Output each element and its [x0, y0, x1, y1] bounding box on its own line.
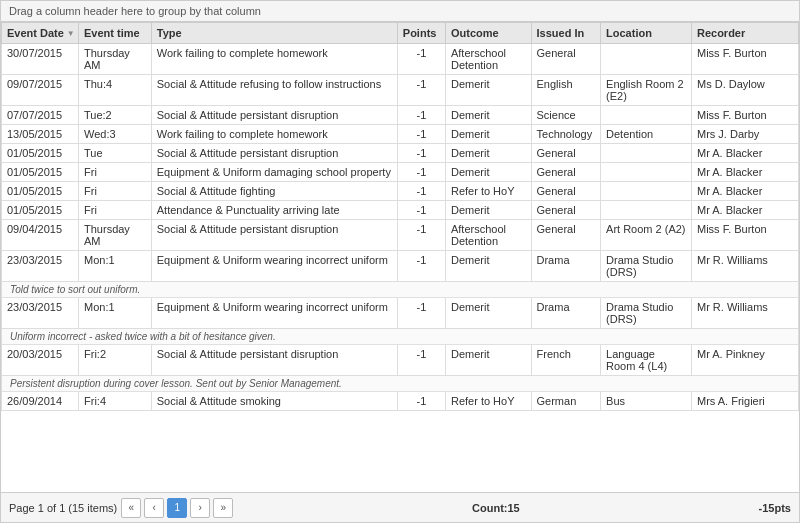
cell-time: Tue:2: [79, 106, 152, 125]
table-row[interactable]: 01/05/2015FriEquipment & Uniform damagin…: [2, 163, 799, 182]
cell-outcome: Demerit: [445, 106, 531, 125]
table-row[interactable]: 30/07/2015Thursday AMWork failing to com…: [2, 44, 799, 75]
cell-outcome: Demerit: [445, 201, 531, 220]
cell-issued: General: [531, 182, 601, 201]
cell-outcome: Demerit: [445, 144, 531, 163]
cell-type: Attendance & Punctuality arriving late: [151, 201, 397, 220]
next-page-button[interactable]: ›: [190, 498, 210, 518]
cell-type: Social & Attitude persistant disruption: [151, 220, 397, 251]
cell-time: Thursday AM: [79, 220, 152, 251]
cell-date: 01/05/2015: [2, 201, 79, 220]
cell-issued: Science: [531, 106, 601, 125]
table-row[interactable]: 09/07/2015Thu:4Social & Attitude refusin…: [2, 75, 799, 106]
cell-issued: General: [531, 44, 601, 75]
cell-date: 20/03/2015: [2, 345, 79, 376]
cell-issued: General: [531, 163, 601, 182]
prev-page-button[interactable]: ‹: [144, 498, 164, 518]
cell-date: 09/04/2015: [2, 220, 79, 251]
col-header-date[interactable]: Event Date ▼: [2, 23, 79, 44]
cell-date: 26/09/2014: [2, 392, 79, 411]
cell-type: Social & Attitude smoking: [151, 392, 397, 411]
cell-time: Thu:4: [79, 75, 152, 106]
cell-date: 30/07/2015: [2, 44, 79, 75]
cell-issued: Drama: [531, 298, 601, 329]
last-page-button[interactable]: »: [213, 498, 233, 518]
cell-issued: Drama: [531, 251, 601, 282]
cell-location: Art Room 2 (A2): [601, 220, 692, 251]
cell-recorder: Mrs A. Frigieri: [691, 392, 798, 411]
cell-type: Social & Attitude persistant disruption: [151, 106, 397, 125]
cell-recorder: Miss F. Burton: [691, 44, 798, 75]
cell-location: [601, 182, 692, 201]
cell-outcome: Demerit: [445, 298, 531, 329]
cell-points: -1: [397, 251, 445, 282]
col-header-points[interactable]: Points: [397, 23, 445, 44]
first-page-button[interactable]: «: [121, 498, 141, 518]
cell-recorder: Mr R. Williams: [691, 298, 798, 329]
cell-recorder: Mr A. Blacker: [691, 182, 798, 201]
pagination: « ‹ 1 › »: [121, 498, 233, 518]
cell-points: -1: [397, 345, 445, 376]
table-header-row: Event Date ▼ Event time Type: [2, 23, 799, 44]
cell-recorder: Miss F. Burton: [691, 106, 798, 125]
cell-outcome: Afterschool Detention: [445, 220, 531, 251]
table-row[interactable]: 01/05/2015FriAttendance & Punctuality ar…: [2, 201, 799, 220]
cell-recorder: Mr A. Blacker: [691, 201, 798, 220]
table-row[interactable]: 13/05/2015Wed:3Work failing to complete …: [2, 125, 799, 144]
cell-recorder: Mrs J. Darby: [691, 125, 798, 144]
col-header-outcome[interactable]: Outcome: [445, 23, 531, 44]
cell-recorder: Miss F. Burton: [691, 220, 798, 251]
cell-outcome: Demerit: [445, 163, 531, 182]
main-container: Drag a column header here to group by th…: [0, 0, 800, 523]
cell-type: Work failing to complete homework: [151, 125, 397, 144]
table-scroll[interactable]: Event Date ▼ Event time Type: [1, 22, 799, 411]
cell-time: Thursday AM: [79, 44, 152, 75]
cell-time: Fri:2: [79, 345, 152, 376]
col-header-issued[interactable]: Issued In: [531, 23, 601, 44]
col-header-location[interactable]: Location: [601, 23, 692, 44]
cell-points: -1: [397, 201, 445, 220]
table-footer: Page 1 of 1 (15 items) « ‹ 1 › » Count:1…: [1, 492, 799, 522]
cell-issued: General: [531, 220, 601, 251]
page-1-button[interactable]: 1: [167, 498, 187, 518]
cell-issued: General: [531, 201, 601, 220]
cell-issued: General: [531, 144, 601, 163]
note-cell: Told twice to sort out uniform.: [2, 282, 799, 298]
cell-date: 23/03/2015: [2, 298, 79, 329]
cell-type: Social & Attitude persistant disruption: [151, 345, 397, 376]
cell-date: 01/05/2015: [2, 144, 79, 163]
table-row[interactable]: 23/03/2015Mon:1Equipment & Uniform weari…: [2, 298, 799, 329]
table-row[interactable]: 01/05/2015FriSocial & Attitude fighting-…: [2, 182, 799, 201]
col-header-time[interactable]: Event time: [79, 23, 152, 44]
note-row: Persistent disruption during cover lesso…: [2, 376, 799, 392]
note-row: Uniform incorrect - asked twice with a b…: [2, 329, 799, 345]
cell-type: Social & Attitude fighting: [151, 182, 397, 201]
cell-points: -1: [397, 392, 445, 411]
table-row[interactable]: 23/03/2015Mon:1Equipment & Uniform weari…: [2, 251, 799, 282]
data-table: Event Date ▼ Event time Type: [1, 22, 799, 411]
col-header-type[interactable]: Type: [151, 23, 397, 44]
col-header-recorder[interactable]: Recorder: [691, 23, 798, 44]
table-row[interactable]: 07/07/2015Tue:2Social & Attitude persist…: [2, 106, 799, 125]
cell-time: Wed:3: [79, 125, 152, 144]
cell-outcome: Refer to HoY: [445, 182, 531, 201]
cell-recorder: Mr A. Pinkney: [691, 345, 798, 376]
table-row[interactable]: 01/05/2015TueSocial & Attitude persistan…: [2, 144, 799, 163]
cell-points: -1: [397, 75, 445, 106]
cell-outcome: Demerit: [445, 345, 531, 376]
cell-location: [601, 201, 692, 220]
cell-date: 01/05/2015: [2, 163, 79, 182]
cell-time: Fri: [79, 201, 152, 220]
table-row[interactable]: 26/09/2014Fri:4Social & Attitude smoking…: [2, 392, 799, 411]
cell-issued: German: [531, 392, 601, 411]
cell-location: Drama Studio (DRS): [601, 298, 692, 329]
table-row[interactable]: 09/04/2015Thursday AMSocial & Attitude p…: [2, 220, 799, 251]
drag-hint: Drag a column header here to group by th…: [1, 1, 799, 22]
table-row[interactable]: 20/03/2015Fri:2Social & Attitude persist…: [2, 345, 799, 376]
cell-time: Fri: [79, 163, 152, 182]
note-cell: Persistent disruption during cover lesso…: [2, 376, 799, 392]
count-label: Count:15: [472, 502, 520, 514]
cell-location: English Room 2 (E2): [601, 75, 692, 106]
cell-type: Equipment & Uniform damaging school prop…: [151, 163, 397, 182]
cell-points: -1: [397, 125, 445, 144]
